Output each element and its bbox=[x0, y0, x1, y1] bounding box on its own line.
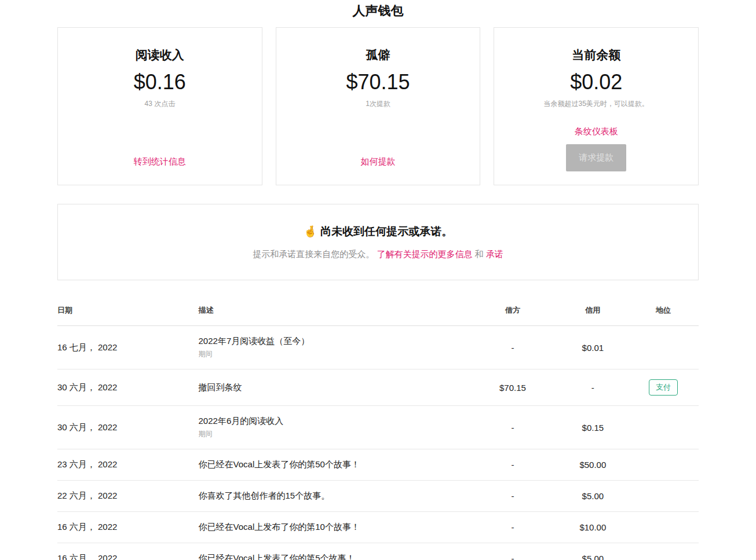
transaction-status bbox=[628, 481, 699, 512]
card-subtitle: 1次提款 bbox=[366, 99, 390, 109]
card-amount: $70.15 bbox=[346, 72, 410, 93]
card-reading-earnings: 阅读收入 $0.16 43 次点击 转到统计信息 bbox=[57, 27, 262, 185]
table-row: 16 六月， 2022 你已经在Vocal上发表了你的第5个故事！ - $5.0… bbox=[57, 543, 699, 560]
transaction-status bbox=[628, 406, 699, 449]
transaction-description: 你已经在Vocal上发布了你的第10个故事！ bbox=[199, 522, 468, 533]
transactions-table: 日期 描述 借方 信用 地位 16 七月， 2022 2022年7月阅读收益（至… bbox=[57, 297, 699, 560]
transaction-date: 16 七月， 2022 bbox=[57, 326, 199, 369]
transaction-debit: - bbox=[468, 406, 557, 449]
transaction-period-label: 期间 bbox=[199, 429, 468, 439]
transaction-credit: $50.00 bbox=[557, 449, 628, 481]
card-current-balance: 当前余额 $0.02 当余额超过35美元时，可以提款。 条纹仪表板 请求提款 bbox=[494, 27, 699, 185]
transaction-status bbox=[628, 512, 699, 543]
transaction-description: 撤回到条纹 bbox=[199, 382, 468, 393]
tips-banner-body: 提示和承诺直接来自您的受众。 bbox=[253, 249, 374, 259]
request-withdrawal-button[interactable]: 请求提款 bbox=[566, 144, 626, 171]
card-title: 阅读收入 bbox=[136, 47, 184, 63]
card-subtitle: 43 次点击 bbox=[144, 99, 175, 109]
transaction-credit: $10.00 bbox=[557, 512, 628, 543]
card-subtitle: 当余额超过35美元时，可以提款。 bbox=[544, 99, 649, 109]
table-row: 30 六月， 2022 撤回到条纹 $70.15 - 支付 bbox=[57, 369, 699, 406]
table-row: 30 六月， 2022 2022年6月的阅读收入 期间 - $0.15 bbox=[57, 406, 699, 449]
transaction-credit: $0.01 bbox=[557, 326, 628, 369]
transaction-description: 2022年6月的阅读收入 bbox=[199, 416, 468, 427]
tips-banner: 🤞尚未收到任何提示或承诺。 提示和承诺直接来自您的受众。 了解有关提示的更多信息… bbox=[57, 204, 699, 280]
transaction-date: 22 六月， 2022 bbox=[57, 481, 199, 512]
header-date: 日期 bbox=[57, 297, 199, 326]
card-title: 当前余额 bbox=[572, 47, 620, 63]
transaction-date: 16 六月， 2022 bbox=[57, 543, 199, 560]
card-title: 孤僻 bbox=[366, 47, 390, 63]
table-row: 22 六月， 2022 你喜欢了其他创作者的15个故事。 - $5.00 bbox=[57, 481, 699, 512]
stripe-dashboard-link[interactable]: 条纹仪表板 bbox=[575, 126, 618, 136]
transaction-credit: $0.15 bbox=[557, 406, 628, 449]
table-header-row: 日期 描述 借方 信用 地位 bbox=[57, 297, 699, 326]
card-withdrawn: 孤僻 $70.15 1次提款 如何提款 bbox=[276, 27, 481, 185]
tips-banner-heading: 🤞尚未收到任何提示或承诺。 bbox=[304, 224, 453, 239]
table-row: 16 七月， 2022 2022年7月阅读收益（至今） 期间 - $0.01 bbox=[57, 326, 699, 369]
transaction-credit: - bbox=[557, 369, 628, 406]
transaction-date: 30 六月， 2022 bbox=[57, 406, 199, 449]
crossed-fingers-icon: 🤞 bbox=[304, 225, 317, 237]
transaction-debit: - bbox=[468, 326, 557, 369]
transaction-status bbox=[628, 326, 699, 369]
transaction-description: 2022年7月阅读收益（至今） bbox=[199, 336, 468, 347]
tips-banner-subtext: 提示和承诺直接来自您的受众。 了解有关提示的更多信息 和 承诺 bbox=[253, 249, 503, 260]
table-row: 23 六月， 2022 你已经在Vocal上发表了你的第50个故事！ - $50… bbox=[57, 449, 699, 481]
pledges-link[interactable]: 承诺 bbox=[486, 249, 503, 259]
transaction-description: 你已经在Vocal上发表了你的第50个故事！ bbox=[199, 459, 468, 470]
header-credit: 信用 bbox=[557, 297, 628, 326]
go-to-stats-link[interactable]: 转到统计信息 bbox=[134, 156, 186, 166]
card-amount: $0.16 bbox=[134, 72, 186, 93]
transaction-debit: - bbox=[468, 449, 557, 481]
transaction-date: 23 六月， 2022 bbox=[57, 449, 199, 481]
card-amount: $0.02 bbox=[570, 72, 622, 93]
transaction-description: 你已经在Vocal上发表了你的第5个故事！ bbox=[199, 553, 468, 560]
transaction-credit: $5.00 bbox=[557, 481, 628, 512]
transaction-status bbox=[628, 449, 699, 481]
header-debit: 借方 bbox=[468, 297, 557, 326]
transaction-description: 你喜欢了其他创作者的15个故事。 bbox=[199, 491, 468, 502]
how-to-withdraw-link[interactable]: 如何提款 bbox=[361, 156, 396, 166]
learn-more-tips-link[interactable]: 了解有关提示的更多信息 bbox=[377, 249, 472, 259]
wallet-page: 人声钱包 阅读收入 $0.16 43 次点击 转到统计信息 孤僻 $70.15 … bbox=[57, 0, 699, 560]
transaction-status: 支付 bbox=[628, 369, 699, 406]
summary-cards: 阅读收入 $0.16 43 次点击 转到统计信息 孤僻 $70.15 1次提款 … bbox=[57, 27, 699, 185]
header-description: 描述 bbox=[199, 297, 468, 326]
transaction-debit: - bbox=[468, 543, 557, 560]
page-title: 人声钱包 bbox=[57, 2, 699, 20]
paid-status-badge: 支付 bbox=[649, 379, 678, 396]
table-row: 16 六月， 2022 你已经在Vocal上发布了你的第10个故事！ - $10… bbox=[57, 512, 699, 543]
transaction-date: 16 六月， 2022 bbox=[57, 512, 199, 543]
transaction-debit: - bbox=[468, 481, 557, 512]
transaction-debit: $70.15 bbox=[468, 369, 557, 406]
transaction-debit: - bbox=[468, 512, 557, 543]
conjunction-text: 和 bbox=[475, 249, 484, 259]
transaction-status bbox=[628, 543, 699, 560]
transaction-credit: $5.00 bbox=[557, 543, 628, 560]
transaction-period-label: 期间 bbox=[199, 349, 468, 359]
header-status: 地位 bbox=[628, 297, 699, 326]
transaction-date: 30 六月， 2022 bbox=[57, 369, 199, 406]
tips-banner-heading-text: 尚未收到任何提示或承诺。 bbox=[320, 225, 452, 237]
